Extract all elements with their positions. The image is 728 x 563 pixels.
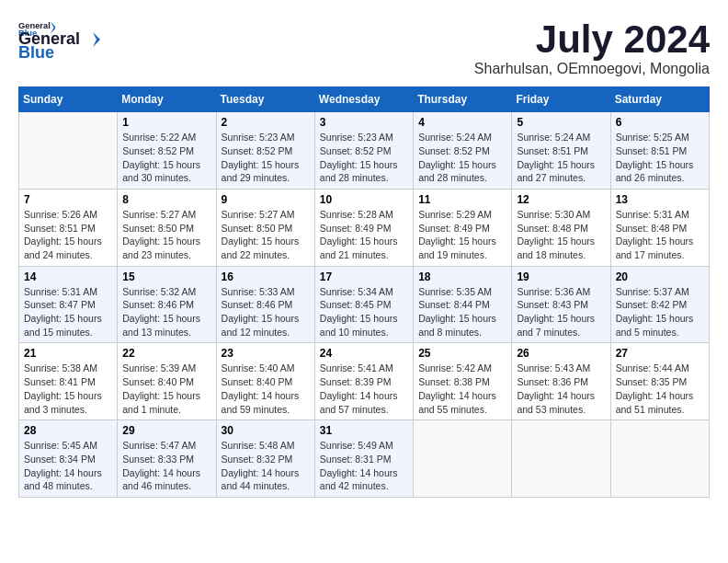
day-info: Sunrise: 5:39 AMSunset: 8:40 PMDaylight:… [122,362,210,416]
day-info: Sunrise: 5:37 AMSunset: 8:42 PMDaylight:… [616,285,704,339]
logo-blue-text: Blue [18,43,54,63]
day-number: 25 [418,347,506,360]
calendar-cell: 24Sunrise: 5:41 AMSunset: 8:39 PMDayligh… [314,343,413,420]
location-text: Sharhulsan, OEmnoegovi, Mongolia [474,61,710,77]
calendar-cell [19,112,118,190]
calendar-cell: 30Sunrise: 5:48 AMSunset: 8:32 PMDayligh… [216,420,314,498]
calendar-cell: 7Sunrise: 5:26 AMSunset: 8:51 PMDaylight… [19,189,118,266]
day-number: 6 [616,116,704,129]
day-number: 17 [320,270,408,283]
day-info: Sunrise: 5:23 AMSunset: 8:52 PMDaylight:… [222,131,310,185]
calendar-cell: 10Sunrise: 5:28 AMSunset: 8:49 PMDayligh… [314,189,413,266]
day-number: 16 [222,270,310,283]
day-number: 22 [122,347,210,360]
calendar-cell: 19Sunrise: 5:36 AMSunset: 8:43 PMDayligh… [512,266,610,343]
logo-arrow-icon [84,30,102,49]
calendar-cell: 5Sunrise: 5:24 AMSunset: 8:51 PMDaylight… [512,112,610,190]
calendar-cell: 2Sunrise: 5:23 AMSunset: 8:52 PMDaylight… [216,112,314,190]
day-info: Sunrise: 5:40 AMSunset: 8:40 PMDaylight:… [222,362,310,416]
day-number: 10 [320,193,408,206]
calendar-cell: 6Sunrise: 5:25 AMSunset: 8:51 PMDaylight… [610,112,709,190]
day-info: Sunrise: 5:36 AMSunset: 8:43 PMDaylight:… [517,285,605,339]
day-info: Sunrise: 5:31 AMSunset: 8:47 PMDaylight:… [24,285,112,339]
day-number: 29 [122,424,210,437]
day-number: 4 [418,116,506,129]
calendar-cell: 22Sunrise: 5:39 AMSunset: 8:40 PMDayligh… [118,343,216,420]
week-row-1: 1Sunrise: 5:22 AMSunset: 8:52 PMDaylight… [19,112,710,190]
day-info: Sunrise: 5:26 AMSunset: 8:51 PMDaylight:… [24,208,112,262]
calendar-cell: 3Sunrise: 5:23 AMSunset: 8:52 PMDaylight… [314,112,413,190]
day-info: Sunrise: 5:24 AMSunset: 8:52 PMDaylight:… [418,131,506,185]
calendar-cell: 15Sunrise: 5:32 AMSunset: 8:46 PMDayligh… [118,266,216,343]
day-number: 28 [24,424,112,437]
day-info: Sunrise: 5:29 AMSunset: 8:49 PMDaylight:… [418,208,506,262]
calendar-cell: 17Sunrise: 5:34 AMSunset: 8:45 PMDayligh… [314,266,413,343]
calendar-header-row: SundayMondayTuesdayWednesdayThursdayFrid… [19,87,710,112]
week-row-3: 14Sunrise: 5:31 AMSunset: 8:47 PMDayligh… [19,266,710,343]
calendar-cell: 31Sunrise: 5:49 AMSunset: 8:31 PMDayligh… [314,420,413,498]
day-number: 19 [517,270,605,283]
day-number: 23 [222,347,310,360]
calendar-cell: 8Sunrise: 5:27 AMSunset: 8:50 PMDaylight… [118,189,216,266]
day-info: Sunrise: 5:44 AMSunset: 8:35 PMDaylight:… [616,362,704,416]
day-info: Sunrise: 5:25 AMSunset: 8:51 PMDaylight:… [616,131,704,185]
week-row-5: 28Sunrise: 5:45 AMSunset: 8:34 PMDayligh… [19,420,710,498]
day-number: 3 [320,116,408,129]
calendar-cell: 14Sunrise: 5:31 AMSunset: 8:47 PMDayligh… [19,266,118,343]
day-info: Sunrise: 5:23 AMSunset: 8:52 PMDaylight:… [320,131,408,185]
day-number: 7 [24,193,112,206]
calendar-cell: 27Sunrise: 5:44 AMSunset: 8:35 PMDayligh… [610,343,709,420]
day-number: 21 [24,347,112,360]
day-number: 1 [122,116,210,129]
day-number: 2 [222,116,310,129]
calendar-cell: 11Sunrise: 5:29 AMSunset: 8:49 PMDayligh… [414,189,512,266]
calendar-cell: 18Sunrise: 5:35 AMSunset: 8:44 PMDayligh… [414,266,512,343]
calendar-cell: 16Sunrise: 5:33 AMSunset: 8:46 PMDayligh… [216,266,314,343]
header-thursday: Thursday [414,87,512,112]
day-number: 31 [320,424,408,437]
calendar-cell: 23Sunrise: 5:40 AMSunset: 8:40 PMDayligh… [216,343,314,420]
day-number: 26 [517,347,605,360]
day-info: Sunrise: 5:34 AMSunset: 8:45 PMDaylight:… [320,285,408,339]
day-info: Sunrise: 5:31 AMSunset: 8:48 PMDaylight:… [616,208,704,262]
day-info: Sunrise: 5:47 AMSunset: 8:33 PMDaylight:… [122,439,210,493]
header-monday: Monday [118,87,216,112]
month-title: July 2024 [474,18,710,61]
day-info: Sunrise: 5:38 AMSunset: 8:41 PMDaylight:… [24,362,112,416]
day-info: Sunrise: 5:42 AMSunset: 8:38 PMDaylight:… [418,362,506,416]
calendar-cell [414,420,512,498]
day-info: Sunrise: 5:48 AMSunset: 8:32 PMDaylight:… [222,439,310,493]
day-info: Sunrise: 5:33 AMSunset: 8:46 PMDaylight:… [222,285,310,339]
day-info: Sunrise: 5:41 AMSunset: 8:39 PMDaylight:… [320,362,408,416]
day-info: Sunrise: 5:43 AMSunset: 8:36 PMDaylight:… [517,362,605,416]
day-number: 13 [616,193,704,206]
day-info: Sunrise: 5:24 AMSunset: 8:51 PMDaylight:… [517,131,605,185]
day-number: 30 [222,424,310,437]
day-info: Sunrise: 5:49 AMSunset: 8:31 PMDaylight:… [320,439,408,493]
header-tuesday: Tuesday [216,87,314,112]
header-saturday: Saturday [610,87,709,112]
week-row-4: 21Sunrise: 5:38 AMSunset: 8:41 PMDayligh… [19,343,710,420]
day-info: Sunrise: 5:32 AMSunset: 8:46 PMDaylight:… [122,285,210,339]
day-number: 24 [320,347,408,360]
week-row-2: 7Sunrise: 5:26 AMSunset: 8:51 PMDaylight… [19,189,710,266]
page-header: General Blue General Blue July 2024 Shar… [18,18,710,77]
day-number: 9 [222,193,310,206]
day-number: 14 [24,270,112,283]
day-number: 20 [616,270,704,283]
calendar-cell [610,420,709,498]
day-number: 8 [122,193,210,206]
title-block: July 2024 Sharhulsan, OEmnoegovi, Mongol… [474,18,710,77]
header-wednesday: Wednesday [314,87,413,112]
calendar-cell: 13Sunrise: 5:31 AMSunset: 8:48 PMDayligh… [610,189,709,266]
day-number: 15 [122,270,210,283]
calendar-cell: 21Sunrise: 5:38 AMSunset: 8:41 PMDayligh… [19,343,118,420]
day-info: Sunrise: 5:27 AMSunset: 8:50 PMDaylight:… [222,208,310,262]
calendar-cell: 12Sunrise: 5:30 AMSunset: 8:48 PMDayligh… [512,189,610,266]
day-number: 5 [517,116,605,129]
calendar-cell: 1Sunrise: 5:22 AMSunset: 8:52 PMDaylight… [118,112,216,190]
calendar-cell: 26Sunrise: 5:43 AMSunset: 8:36 PMDayligh… [512,343,610,420]
day-info: Sunrise: 5:45 AMSunset: 8:34 PMDaylight:… [24,439,112,493]
svg-marker-3 [93,32,100,47]
day-info: Sunrise: 5:30 AMSunset: 8:48 PMDaylight:… [517,208,605,262]
